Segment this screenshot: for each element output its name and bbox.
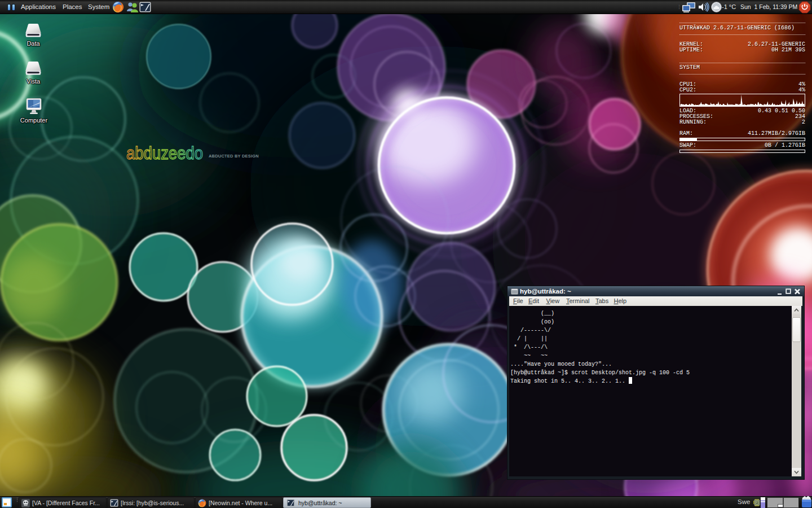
svg-text:abduzeedo: abduzeedo <box>126 143 203 163</box>
